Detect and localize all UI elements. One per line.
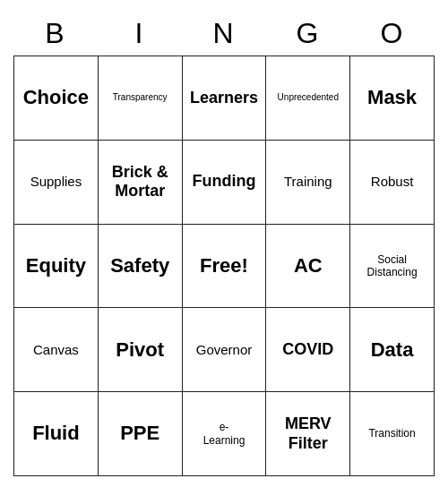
cell-label: Canvas	[33, 342, 79, 358]
cell-label: Unprecedented	[278, 92, 339, 103]
cell-label: Choice	[23, 86, 89, 109]
bingo-cell: Learners	[183, 56, 267, 141]
bingo-cell: SocialDistancing	[350, 225, 435, 309]
header-letter: N	[182, 11, 266, 56]
bingo-cell: Funding	[183, 141, 267, 225]
cell-label: Governor	[196, 342, 253, 358]
bingo-cell: Safety	[99, 225, 183, 309]
cell-label: Brick &Mortar	[112, 163, 168, 201]
cell-label: Mask	[367, 86, 417, 109]
bingo-cell: Robust	[350, 141, 435, 225]
cell-label: Funding	[193, 172, 256, 192]
header-letter: B	[13, 11, 98, 56]
bingo-card: BINGO ChoiceTransparencyLearnersUnpreced…	[13, 11, 435, 476]
bingo-cell: Unprecedented	[266, 56, 350, 141]
bingo-cell: MERVFilter	[266, 392, 350, 476]
cell-label: Free!	[200, 254, 248, 278]
cell-label: Safety	[110, 254, 169, 278]
header-letter: G	[266, 11, 350, 56]
bingo-cell: Free!	[183, 225, 267, 309]
bingo-cell: Canvas	[14, 308, 99, 392]
cell-label: PPE	[120, 422, 159, 445]
bingo-cell: Equity	[14, 225, 99, 309]
cell-label: Pivot	[116, 338, 164, 362]
cell-label: Training	[284, 174, 332, 190]
bingo-cell: Training	[266, 141, 350, 225]
cell-label: Robust	[371, 174, 414, 190]
bingo-cell: Pivot	[99, 308, 183, 392]
bingo-cell: e-Learning	[183, 392, 267, 476]
bingo-row: CanvasPivotGovernorCOVIDData	[14, 308, 435, 392]
cell-label: Transparency	[113, 92, 168, 103]
cell-label: Fluid	[32, 422, 80, 445]
bingo-header: BINGO	[13, 11, 435, 56]
bingo-cell: PPE	[99, 392, 183, 476]
cell-label: Supplies	[30, 174, 82, 190]
cell-label: MERVFilter	[285, 414, 332, 453]
bingo-cell: Brick &Mortar	[99, 141, 183, 225]
cell-label: Equity	[26, 254, 86, 278]
bingo-cell: COVID	[266, 308, 350, 392]
cell-label: SocialDistancing	[367, 253, 418, 279]
bingo-cell: Transparency	[99, 56, 183, 141]
bingo-row: FluidPPEe-LearningMERVFilterTransition	[14, 392, 435, 476]
cell-label: Learners	[190, 89, 258, 108]
bingo-row: EquitySafetyFree!ACSocialDistancing	[14, 225, 435, 309]
bingo-row: SuppliesBrick &MortarFundingTrainingRobu…	[14, 141, 435, 225]
bingo-cell: Data	[350, 308, 435, 392]
header-letter: I	[98, 11, 182, 56]
bingo-cell: Fluid	[14, 392, 99, 476]
bingo-cell: Supplies	[14, 141, 99, 225]
bingo-grid: ChoiceTransparencyLearnersUnprecedentedM…	[13, 56, 435, 476]
header-letter: O	[350, 11, 435, 56]
cell-label: e-Learning	[203, 421, 246, 447]
cell-label: Transition	[368, 427, 415, 440]
cell-label: COVID	[282, 340, 333, 360]
bingo-row: ChoiceTransparencyLearnersUnprecedentedM…	[14, 56, 435, 141]
cell-label: Data	[371, 338, 414, 362]
bingo-cell: Transition	[350, 392, 435, 476]
bingo-cell: AC	[266, 225, 350, 309]
cell-label: AC	[294, 254, 323, 278]
bingo-cell: Governor	[183, 308, 267, 392]
bingo-cell: Choice	[14, 56, 99, 141]
bingo-cell: Mask	[350, 56, 435, 141]
